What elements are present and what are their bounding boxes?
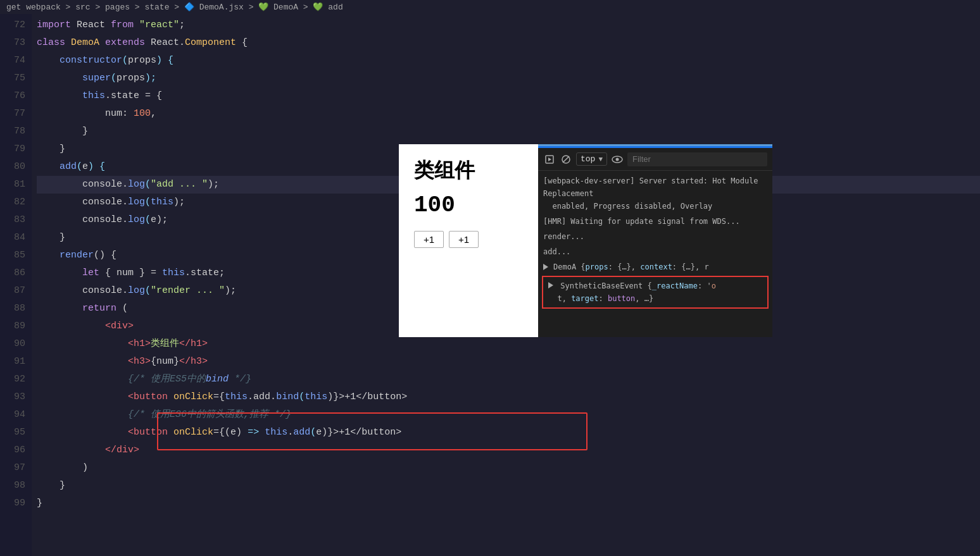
code-line-95: <button onClick={(e) => this.add(e)}>+1<… <box>37 424 980 442</box>
code-line-73: class DemoA extends React.Component { <box>37 34 980 52</box>
code-line-75: super(props); <box>37 70 980 87</box>
preview-title: 类组件 <box>414 157 523 185</box>
code-line-92: {/* 使用ES5中的bind */} <box>37 371 980 388</box>
svg-marker-1 <box>548 158 551 161</box>
line-numbers: 72 73 74 75 76 77 78 79 80 81 82 83 84 8… <box>0 14 32 556</box>
breadcrumb: get webpack > src > pages > state > 🔷 De… <box>0 0 980 14</box>
code-line-99: } <box>37 495 980 512</box>
devtools-top-selector[interactable]: top ▼ <box>576 152 607 166</box>
breadcrumb-text: get webpack > src > pages > state > 🔷 De… <box>6 2 343 12</box>
devtools-panel: top ▼ [webpack-dev-server] Server starte… <box>538 144 772 337</box>
code-line-76: this.state = { <box>37 87 980 105</box>
code-line-91: <h3>{num}</h3> <box>37 353 980 371</box>
devtools-eye-icon[interactable] <box>611 153 624 166</box>
devtools-log-line-4: add... <box>538 244 772 259</box>
expand-icon[interactable] <box>543 264 548 270</box>
preview-count: 100 <box>414 192 523 218</box>
devtools-block-icon[interactable] <box>560 153 572 166</box>
expand-icon-2[interactable] <box>548 282 553 288</box>
react-preview-panel: 类组件 100 +1 +1 <box>399 144 538 337</box>
preview-btn-2[interactable]: +1 <box>449 231 479 248</box>
code-line-97: ) <box>37 459 980 477</box>
code-line-78: } <box>37 123 980 140</box>
svg-line-3 <box>563 156 569 163</box>
devtools-log-line-2: [HMR] Waiting for update signal from WDS… <box>538 214 772 229</box>
code-line-90: <h1>类组件</h1> <box>37 335 980 353</box>
code-line-74: constructor(props) { <box>37 52 980 70</box>
code-line-96: </div> <box>37 442 980 459</box>
devtools-log-line-1: [webpack-dev-server] Server started: Hot… <box>538 173 772 214</box>
devtools-toolbar: top ▼ <box>538 148 772 171</box>
devtools-play-icon[interactable] <box>543 153 556 166</box>
code-line-93: <button onClick={this.add.bind(this)}>+1… <box>37 388 980 406</box>
code-line-72: import React from "react"; <box>37 16 980 34</box>
chevron-down-icon: ▼ <box>598 156 603 163</box>
code-line-98: } <box>37 477 980 495</box>
svg-point-5 <box>616 158 619 161</box>
devtools-top-label: top <box>581 154 595 164</box>
devtools-filter-input[interactable] <box>627 152 767 166</box>
code-line-94: {/* 使用ES6中的箭头函数,推荐 */} <box>37 406 980 424</box>
devtools-synthetic-event: SyntheticBaseEvent {_reactName: 'o t, ta… <box>542 276 769 309</box>
devtools-log-line-5: DemoA {props: {…}, context: {…}, r <box>538 259 772 275</box>
code-line-77: num: 100, <box>37 105 980 123</box>
devtools-log-line-3: render... <box>538 229 772 244</box>
preview-btn-1[interactable]: +1 <box>414 231 444 248</box>
preview-buttons: +1 +1 <box>414 231 523 248</box>
preview-overlay: 类组件 100 +1 +1 <box>399 144 772 337</box>
devtools-log-content: [webpack-dev-server] Server started: Hot… <box>538 171 772 337</box>
